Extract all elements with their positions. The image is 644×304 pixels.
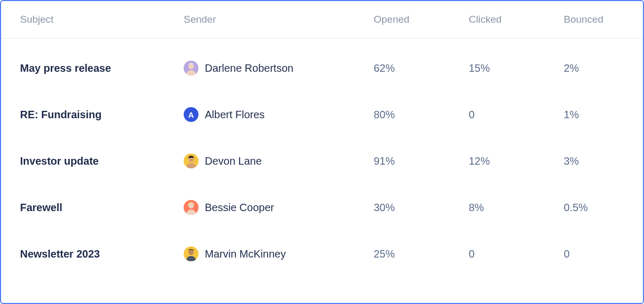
bounced-cell: 0 (564, 248, 644, 260)
avatar: A (184, 107, 198, 122)
avatar-photo-icon (184, 246, 198, 261)
sender-name: Bessie Cooper (205, 202, 274, 214)
opened-cell: 25% (374, 248, 469, 260)
table-body: May press release Darlene Robertson 62% … (1, 39, 643, 277)
sender-name: Albert Flores (205, 109, 264, 121)
sender-cell: Darlene Robertson (184, 61, 374, 75)
subject-cell: Newsletter 2023 (20, 248, 184, 260)
clicked-cell: 15% (469, 62, 564, 74)
sender-cell: Marvin McKinney (184, 246, 374, 261)
table-row[interactable]: Newsletter 2023 Marvin McKinney 25% 0 0 (1, 231, 643, 277)
clicked-cell: 12% (469, 155, 564, 167)
header-opened: Opened (374, 14, 469, 25)
bounced-cell: 2% (564, 62, 644, 74)
bounced-cell: 0.5% (564, 202, 644, 214)
sender-cell: Devon Lane (184, 154, 374, 168)
svg-point-1 (188, 64, 194, 69)
table-header: Subject Sender Opened Clicked Bounced (1, 1, 643, 39)
sender-name: Marvin McKinney (205, 248, 286, 260)
avatar-photo-icon (184, 154, 198, 168)
table-row[interactable]: Investor update Devon Lane 91% 12% 3% (1, 138, 643, 184)
svg-point-7 (188, 250, 194, 255)
subject-cell: RE: Fundraising (20, 109, 184, 121)
sender-cell: A Albert Flores (184, 107, 374, 122)
avatar-letter: A (188, 110, 194, 119)
opened-cell: 62% (374, 62, 469, 74)
bounced-cell: 3% (564, 155, 644, 167)
bounced-cell: 1% (564, 109, 644, 121)
clicked-cell: 0 (469, 248, 564, 260)
subject-cell: May press release (20, 62, 184, 74)
email-metrics-table: Subject Sender Opened Clicked Bounced Ma… (0, 0, 644, 304)
header-sender: Sender (184, 14, 374, 25)
opened-cell: 91% (374, 155, 469, 167)
avatar-photo-icon (184, 61, 198, 75)
clicked-cell: 0 (469, 109, 564, 121)
opened-cell: 30% (374, 202, 469, 214)
sender-name: Devon Lane (205, 155, 262, 167)
table-row[interactable]: Farewell Bessie Cooper 30% 8% 0.5% (1, 184, 643, 231)
clicked-cell: 8% (469, 202, 564, 214)
subject-cell: Farewell (20, 202, 184, 214)
header-clicked: Clicked (469, 14, 564, 25)
table-row[interactable]: RE: Fundraising A Albert Flores 80% 0 1% (1, 91, 643, 138)
avatar (184, 61, 198, 75)
opened-cell: 80% (374, 109, 469, 121)
table-row[interactable]: May press release Darlene Robertson 62% … (1, 45, 643, 91)
sender-cell: Bessie Cooper (184, 200, 374, 215)
subject-cell: Investor update (20, 155, 184, 167)
avatar (184, 154, 198, 168)
avatar (184, 200, 198, 215)
header-subject: Subject (20, 14, 184, 25)
header-bounced: Bounced (564, 14, 644, 25)
avatar (184, 246, 198, 261)
avatar-photo-icon (184, 200, 198, 215)
sender-name: Darlene Robertson (205, 62, 293, 74)
